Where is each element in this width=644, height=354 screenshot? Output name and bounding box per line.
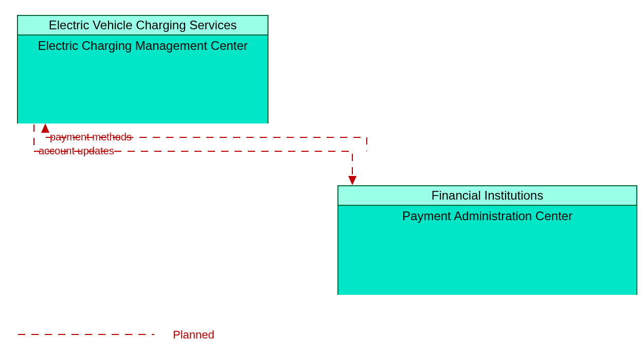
flow-label-account-updates: account updates [39, 145, 114, 157]
entity-ev-body: Electric Charging Management Center [18, 36, 267, 123]
entity-financial-body: Payment Administration Center [338, 206, 636, 295]
legend-planned-label: Planned [173, 328, 214, 342]
entity-financial-header: Financial Institutions [338, 186, 636, 206]
entity-ev-charging-services: Electric Vehicle Charging Services Elect… [17, 15, 269, 123]
flow-label-payment-methods: payment methods [50, 131, 132, 143]
entity-ev-header: Electric Vehicle Charging Services [18, 16, 267, 36]
entity-financial-institutions: Financial Institutions Payment Administr… [337, 185, 637, 295]
